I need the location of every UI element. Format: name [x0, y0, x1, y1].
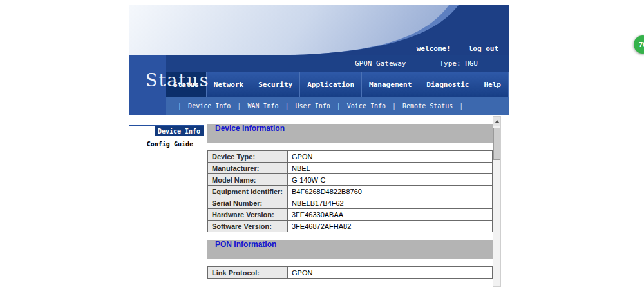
main-nav: Status Network Security Application Mana…: [166, 72, 509, 97]
menus: GPON Gateway Type: HGU Status Network Se…: [166, 55, 509, 115]
table-row: Software Version: 3FE46872AFHA82: [208, 221, 493, 232]
row-value: B4F6268D4822B8760: [288, 186, 493, 197]
tab-security[interactable]: Security: [251, 72, 300, 97]
tab-management[interactable]: Management: [362, 72, 419, 97]
scrollbar[interactable]: [493, 116, 501, 287]
row-label: Serial Number:: [208, 197, 288, 209]
title-area: Status: [129, 55, 166, 115]
gateway-strip: GPON Gateway Type: HGU: [166, 55, 509, 72]
subnav-separator: |: [237, 103, 241, 110]
row-label: Manufacturer:: [208, 163, 288, 174]
row-value: 3FE46872AFHA82: [288, 221, 493, 232]
subnav-device-info[interactable]: Device Info: [188, 103, 231, 110]
scroll-up-icon: [495, 120, 500, 123]
table-row: Equipment Identifier: B4F6268D4822B8760: [208, 186, 493, 197]
row-label: Link Protocol:: [208, 267, 288, 279]
logout-link[interactable]: log out: [469, 45, 498, 53]
header-block: Status GPON Gateway Type: HGU Status Net…: [129, 55, 509, 115]
welcome-link[interactable]: welcome!: [417, 45, 451, 53]
section-header-device-information: Device Information: [207, 124, 493, 143]
row-value: GPON: [288, 151, 493, 163]
tab-application[interactable]: Application: [300, 72, 362, 97]
subnav-separator: |: [392, 103, 396, 110]
section-header-pon-information: PON Information: [207, 240, 493, 259]
banner-links: welcome! log out: [417, 45, 498, 53]
content-area: Device Info Config Guide Device Informat…: [129, 115, 509, 287]
row-label: Software Version:: [208, 221, 288, 232]
sub-nav: | Device Info | WAN Info | User Info | V…: [166, 97, 509, 115]
subnav-separator: |: [337, 103, 341, 110]
scroll-up-button[interactable]: [493, 117, 500, 126]
subnav-wan-info[interactable]: WAN Info: [247, 103, 278, 110]
page-band: welcome! log out Status GPON Gateway Typ…: [129, 5, 509, 287]
device-type-label: Type: HGU: [439, 59, 478, 68]
page-title: Status: [146, 70, 210, 90]
table-row: Hardware Version: 3FE46330ABAA: [208, 209, 493, 221]
main-panel: Device Information Device Type: GPON Man…: [207, 115, 493, 286]
row-value: NBELB17B4F62: [288, 197, 493, 209]
table-row: Manufacturer: NBEL: [208, 163, 493, 174]
subnav-remote-status[interactable]: Remote Status: [402, 103, 453, 110]
row-label: Device Type:: [208, 151, 288, 163]
device-info-table: Device Type: GPON Manufacturer: NBEL Mod…: [207, 150, 493, 232]
subnav-separator: |: [178, 103, 182, 110]
tab-diagnostic[interactable]: Diagnostic: [419, 72, 477, 97]
sidebar-item-device-info[interactable]: Device Info: [155, 126, 204, 136]
subnav-separator: |: [459, 103, 463, 110]
tab-help[interactable]: Help: [477, 72, 509, 97]
row-label: Equipment Identifier:: [208, 186, 288, 197]
row-value: 3FE46330ABAA: [288, 209, 493, 221]
sidebar: Device Info Config Guide: [129, 115, 204, 148]
row-label: Hardware Version:: [208, 209, 288, 221]
subnav-voice-info[interactable]: Voice Info: [347, 103, 386, 110]
tab-network[interactable]: Network: [207, 72, 251, 97]
row-label: Model Name:: [208, 174, 288, 186]
table-row: Serial Number: NBELB17B4F62: [208, 197, 493, 209]
pon-info-table: Link Protocol: GPON: [207, 266, 493, 279]
sidebar-item-config-guide[interactable]: Config Guide: [129, 141, 204, 148]
row-value: NBEL: [288, 163, 493, 174]
subnav-separator: |: [285, 103, 289, 110]
gateway-label: GPON Gateway: [355, 59, 406, 68]
banner: welcome! log out: [129, 5, 509, 55]
subnav-user-info[interactable]: User Info: [296, 103, 330, 110]
row-value: G-140W-C: [288, 174, 493, 186]
table-row: Link Protocol: GPON: [208, 267, 493, 279]
table-row: Model Name: G-140W-C: [208, 174, 493, 186]
table-row: Device Type: GPON: [208, 151, 493, 163]
row-value: GPON: [288, 267, 493, 279]
scroll-thumb[interactable]: [493, 128, 500, 160]
support-badge[interactable]: 70: [634, 35, 644, 54]
